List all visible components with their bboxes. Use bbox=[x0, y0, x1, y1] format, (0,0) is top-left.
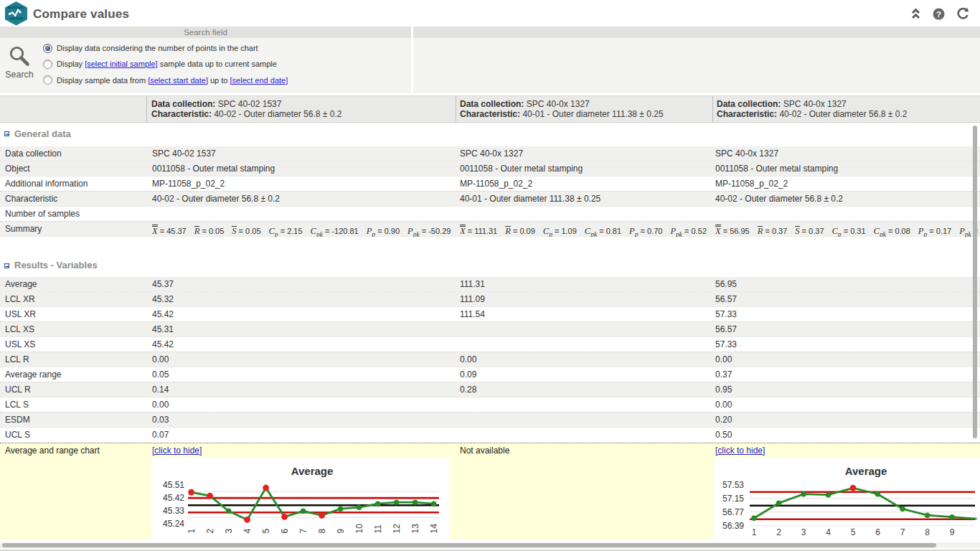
svg-text:11: 11 bbox=[373, 524, 383, 534]
svg-text:45.33: 45.33 bbox=[163, 506, 184, 516]
svg-text:3: 3 bbox=[801, 527, 806, 537]
svg-text:45.24: 45.24 bbox=[163, 519, 184, 529]
svg-text:9: 9 bbox=[950, 527, 955, 537]
svg-text:45.42: 45.42 bbox=[163, 493, 184, 503]
svg-text:7: 7 bbox=[298, 529, 308, 534]
svg-text:13: 13 bbox=[410, 524, 420, 534]
svg-text:8: 8 bbox=[925, 527, 930, 537]
svg-text:2: 2 bbox=[205, 529, 215, 534]
svg-text:7: 7 bbox=[900, 527, 905, 537]
svg-text:Average: Average bbox=[291, 465, 334, 477]
svg-text:57.15: 57.15 bbox=[722, 494, 744, 504]
svg-text:14: 14 bbox=[429, 524, 439, 534]
svg-text:6: 6 bbox=[280, 529, 290, 534]
svg-text:6: 6 bbox=[875, 527, 880, 537]
svg-text:4: 4 bbox=[826, 527, 831, 537]
svg-text:8: 8 bbox=[317, 529, 327, 534]
svg-text:56.77: 56.77 bbox=[722, 507, 744, 517]
svg-text:12: 12 bbox=[392, 524, 402, 534]
svg-text:5: 5 bbox=[851, 527, 856, 537]
svg-text:45.51: 45.51 bbox=[163, 480, 184, 490]
svg-text:56.39: 56.39 bbox=[722, 521, 744, 531]
svg-text:57.53: 57.53 bbox=[722, 480, 744, 490]
svg-text:10: 10 bbox=[354, 524, 364, 534]
svg-text:5: 5 bbox=[261, 529, 271, 534]
svg-text:1: 1 bbox=[187, 529, 197, 534]
svg-text:Average: Average bbox=[845, 465, 887, 477]
svg-text:1: 1 bbox=[752, 527, 757, 537]
svg-text:9: 9 bbox=[336, 529, 346, 534]
svg-text:2: 2 bbox=[776, 527, 781, 537]
svg-text:4: 4 bbox=[242, 529, 253, 534]
svg-text:?: ? bbox=[936, 10, 941, 19]
svg-text:3: 3 bbox=[224, 529, 234, 534]
